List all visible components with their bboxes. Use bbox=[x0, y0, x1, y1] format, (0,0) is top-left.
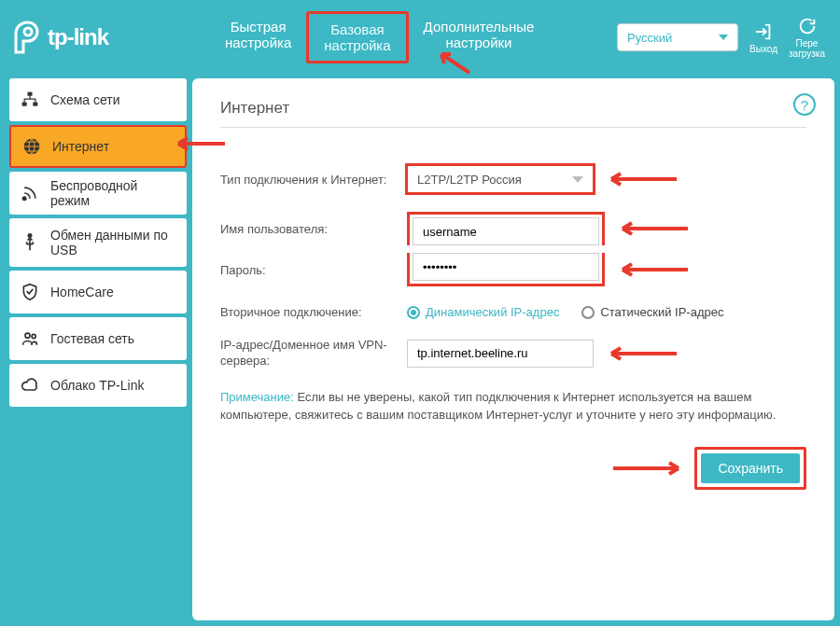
logo-text: tp-link bbox=[48, 24, 108, 50]
username-label: Имя пользователя: bbox=[220, 222, 407, 236]
radio-icon bbox=[581, 306, 595, 319]
password-input[interactable] bbox=[413, 253, 599, 281]
cloud-icon bbox=[21, 376, 39, 395]
tab-quick-setup[interactable]: Быстрая настройка bbox=[210, 11, 306, 64]
annotation-arrow bbox=[437, 47, 474, 75]
sidebar-item-homecare[interactable]: HomeCare bbox=[9, 271, 187, 313]
radio-dynamic-ip[interactable]: Динамический IP-адрес bbox=[407, 305, 559, 319]
reload-button[interactable]: Пере загрузка bbox=[789, 16, 825, 59]
page-title: Интернет bbox=[220, 99, 806, 128]
globe-icon bbox=[22, 137, 41, 156]
tab-basic-setup[interactable]: Базовая настройка bbox=[306, 11, 408, 64]
sidebar-item-guest[interactable]: Гостевая сеть bbox=[9, 317, 187, 360]
sidebar-item-network-map[interactable]: Схема сети bbox=[9, 78, 187, 121]
guests-icon bbox=[21, 329, 39, 348]
annotation-arrow bbox=[174, 134, 230, 153]
svg-rect-2 bbox=[33, 103, 37, 106]
vpn-server-label: IP-адрес/Доменное имя VPN-сервера: bbox=[220, 338, 407, 369]
annotation-arrow bbox=[618, 219, 693, 238]
username-input[interactable] bbox=[413, 217, 599, 245]
secondary-conn-label: Вторичное подключение: bbox=[220, 305, 407, 319]
sidebar-item-cloud[interactable]: Облако TP-Link bbox=[9, 364, 187, 407]
password-label: Пароль: bbox=[220, 263, 407, 277]
conn-type-label: Тип подключения к Интернет: bbox=[220, 173, 407, 187]
top-tabs: Быстрая настройка Базовая настройка Допо… bbox=[210, 11, 549, 64]
radio-static-ip[interactable]: Статический IP-адрес bbox=[581, 305, 723, 319]
reload-icon bbox=[797, 16, 818, 36]
logout-icon bbox=[753, 21, 774, 42]
content-panel: Интернет ? Тип подключения к Интернет: L… bbox=[192, 78, 834, 620]
tab-advanced-setup[interactable]: Дополнительные настройки bbox=[409, 11, 550, 64]
radio-icon bbox=[407, 306, 420, 319]
sidebar-item-wireless[interactable]: Беспроводной режим bbox=[9, 172, 187, 215]
wifi-icon bbox=[21, 184, 39, 202]
annotation-arrow bbox=[618, 260, 693, 279]
logout-button[interactable]: Выход bbox=[749, 21, 777, 54]
chevron-down-icon bbox=[719, 35, 728, 40]
svg-point-5 bbox=[28, 234, 31, 237]
svg-point-4 bbox=[23, 197, 26, 200]
help-button[interactable]: ? bbox=[793, 93, 816, 116]
logo-icon bbox=[14, 21, 42, 54]
conn-type-select[interactable]: L2TP/L2TP Россия bbox=[407, 165, 594, 193]
annotation-arrow bbox=[607, 344, 681, 363]
logo: tp-link bbox=[9, 21, 187, 54]
sidebar-item-usb[interactable]: Обмен данными по USB bbox=[9, 218, 187, 267]
annotation-arrow bbox=[609, 459, 683, 478]
save-button[interactable]: Сохранить bbox=[701, 453, 800, 483]
note-text: Примечание: Если вы не уверены, какой ти… bbox=[220, 388, 806, 424]
annotation-arrow bbox=[607, 170, 681, 188]
network-map-icon bbox=[21, 90, 39, 109]
usb-icon bbox=[21, 233, 39, 252]
sidebar: Схема сети Интернет Беспроводной режим О… bbox=[0, 75, 187, 626]
svg-rect-0 bbox=[28, 92, 33, 96]
shield-icon bbox=[21, 283, 39, 301]
svg-rect-1 bbox=[22, 103, 27, 106]
header: tp-link Быстрая настройка Базовая настро… bbox=[0, 0, 840, 75]
sidebar-item-internet[interactable]: Интернет bbox=[9, 125, 187, 168]
svg-point-7 bbox=[32, 334, 35, 338]
svg-point-6 bbox=[25, 333, 30, 338]
chevron-down-icon bbox=[572, 176, 583, 183]
language-value: Русский bbox=[627, 31, 672, 45]
language-select[interactable]: Русский bbox=[617, 23, 738, 51]
vpn-server-input[interactable] bbox=[407, 340, 594, 368]
